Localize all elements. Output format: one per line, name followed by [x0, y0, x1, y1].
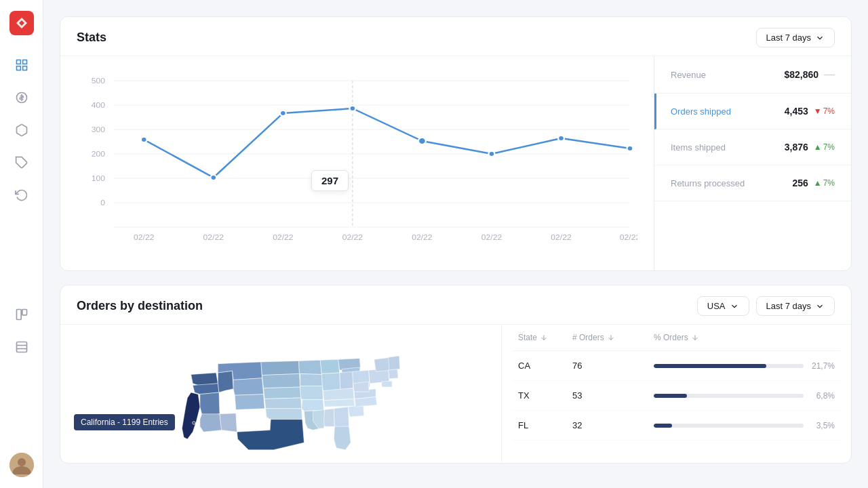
chevron-down-icon: [730, 302, 739, 311]
th-state-label: State: [518, 333, 537, 342]
svg-marker-50: [233, 378, 263, 395]
svg-text:300: 300: [92, 125, 105, 133]
pct-label-fl: 3,5%: [810, 421, 835, 430]
svg-marker-64: [302, 400, 324, 411]
map-area: California - 1199 Entries: [60, 325, 501, 463]
svg-text:02/22: 02/22: [134, 233, 154, 241]
metric-revenue-label: Revenue: [671, 70, 706, 80]
pct-label-tx: 6,8%: [810, 391, 835, 401]
sort-icon[interactable]: [540, 333, 548, 342]
state-fl: FL: [518, 420, 572, 430]
sort-icon[interactable]: [691, 333, 699, 342]
svg-rect-1: [16, 60, 20, 64]
metric-returns-label: Returns processed: [671, 178, 745, 188]
metric-orders-shipped[interactable]: Orders shipped 4,453 ▼ 7%: [654, 94, 851, 129]
svg-marker-62: [300, 373, 323, 386]
sort-icon[interactable]: [607, 333, 615, 342]
metric-items-values: 3,876 ▲ 7%: [785, 142, 835, 152]
svg-marker-59: [266, 409, 302, 420]
pct-label-ca: 21,7%: [810, 361, 835, 371]
svg-marker-63: [300, 386, 323, 399]
svg-point-13: [18, 458, 26, 466]
app-logo[interactable]: [9, 11, 34, 35]
items-badge: ▲ 7%: [814, 142, 835, 152]
metric-revenue[interactable]: Revenue $82,860 —: [654, 56, 851, 94]
th-orders-label: # Orders: [572, 333, 604, 342]
returns-change: 7%: [823, 178, 835, 188]
svg-marker-67: [321, 373, 340, 390]
metric-revenue-values: $82,860 —: [784, 68, 835, 81]
svg-marker-70: [340, 371, 353, 389]
sidebar-item-returns[interactable]: [8, 182, 35, 209]
sidebar-item-orders[interactable]: [8, 117, 35, 144]
sidebar-item-panels[interactable]: [8, 301, 35, 328]
avatar[interactable]: [9, 453, 34, 477]
metric-orders-value: 4,453: [785, 106, 808, 117]
svg-point-38: [280, 110, 286, 116]
svg-text:02/22: 02/22: [203, 233, 224, 241]
svg-marker-60: [237, 420, 304, 450]
svg-point-37: [210, 175, 216, 180]
progress-bg-fl: [654, 424, 804, 428]
svg-marker-45: [191, 373, 218, 386]
svg-marker-57: [264, 387, 301, 399]
sidebar-item-finance[interactable]: [8, 84, 35, 111]
metric-items-shipped[interactable]: Items shipped 3,876 ▲ 7%: [654, 129, 851, 165]
svg-marker-75: [324, 409, 335, 426]
svg-marker-46: [193, 384, 219, 394]
table-row: TX 53 6,8%: [513, 381, 840, 411]
sidebar: [0, 0, 43, 488]
table-row: CA 76 21,7%: [513, 351, 840, 381]
dest-time-dropdown[interactable]: Last 7 days: [756, 296, 835, 316]
svg-point-43: [627, 146, 633, 151]
revenue-dash-icon: —: [824, 68, 835, 81]
progress-bg-tx: [654, 394, 804, 398]
orders-change: 7%: [823, 106, 835, 116]
orders-by-dest-card: Orders by destination USA Last 7 days: [60, 285, 852, 464]
pct-ca: 21,7%: [654, 361, 835, 371]
stats-body: 500 400 300 200 100 0 02/22 02/22 02/22 …: [60, 56, 851, 270]
svg-rect-7: [16, 310, 21, 320]
metric-items-value: 3,876: [785, 142, 808, 152]
svg-marker-66: [320, 359, 340, 373]
svg-marker-85: [389, 369, 398, 379]
sidebar-item-stats[interactable]: [8, 52, 35, 79]
state-ca: CA: [518, 361, 572, 371]
stats-filter-label: Last 7 days: [766, 33, 812, 43]
sidebar-item-layout[interactable]: [8, 333, 35, 361]
svg-text:400: 400: [92, 101, 105, 108]
main-content: Stats Last 7 days: [43, 0, 868, 488]
metrics-panel: Revenue $82,860 — Orders shipped 4,453 ▼…: [654, 56, 851, 270]
orders-table: State # Orders % Orders CA: [501, 325, 851, 463]
dest-region-dropdown[interactable]: USA: [697, 296, 749, 316]
svg-point-42: [558, 136, 564, 141]
svg-marker-44: [182, 392, 199, 439]
stats-header: Stats Last 7 days: [60, 17, 851, 56]
svg-marker-86: [381, 381, 392, 387]
chevron-down-icon: [815, 302, 825, 311]
svg-marker-56: [262, 373, 300, 388]
metric-orders-values: 4,453 ▼ 7%: [785, 106, 835, 117]
metric-returns[interactable]: Returns processed 256 ▲ 7%: [654, 165, 851, 201]
dest-region-label: USA: [707, 301, 726, 311]
svg-point-41: [489, 151, 495, 157]
table-row: FL 32 3,5%: [513, 411, 840, 441]
returns-badge: ▲ 7%: [814, 178, 835, 188]
dest-header: Orders by destination USA Last 7 days: [60, 285, 851, 324]
sidebar-item-tags[interactable]: [8, 149, 35, 176]
svg-point-39: [349, 106, 355, 111]
svg-marker-54: [220, 413, 237, 432]
svg-marker-53: [200, 414, 222, 432]
state-tx: TX: [518, 390, 572, 401]
dest-filters: USA Last 7 days: [697, 296, 835, 316]
svg-text:02/22: 02/22: [620, 233, 637, 241]
svg-marker-76: [334, 407, 349, 428]
th-state: State: [518, 333, 572, 342]
chart-area: 500 400 300 200 100 0 02/22 02/22 02/22 …: [60, 56, 654, 270]
svg-marker-77: [334, 426, 351, 449]
usa-map: [67, 331, 494, 453]
svg-rect-8: [22, 310, 26, 315]
stats-filter-dropdown[interactable]: Last 7 days: [756, 28, 835, 47]
th-orders: # Orders: [572, 333, 654, 342]
svg-text:100: 100: [92, 174, 105, 182]
